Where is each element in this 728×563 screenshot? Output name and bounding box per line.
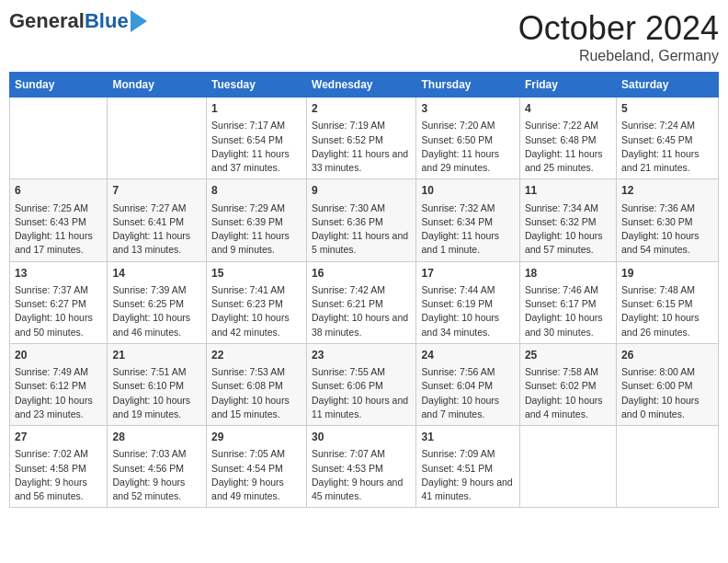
calendar-week-row: 13Sunrise: 7:37 AM Sunset: 6:27 PM Dayli… [10, 261, 719, 343]
day-info: Sunrise: 7:49 AM Sunset: 6:12 PM Dayligh… [15, 365, 102, 421]
logo-general-text: General [9, 9, 85, 33]
day-number: 3 [421, 101, 514, 117]
day-number: 1 [211, 101, 301, 117]
calendar-title: October 2024 [518, 9, 719, 48]
day-number: 28 [112, 430, 201, 445]
day-info: Sunrise: 7:25 AM Sunset: 6:43 PM Dayligh… [15, 201, 102, 258]
day-of-week-header: Sunday [10, 73, 108, 98]
calendar-cell: 5Sunrise: 7:24 AM Sunset: 6:45 PM Daylig… [616, 98, 718, 179]
logo-blue-text: Blue [85, 9, 129, 33]
day-info: Sunrise: 7:56 AM Sunset: 6:04 PM Dayligh… [421, 365, 514, 421]
calendar-cell: 10Sunrise: 7:32 AM Sunset: 6:34 PM Dayli… [416, 179, 519, 261]
day-info: Sunrise: 7:07 AM Sunset: 4:53 PM Dayligh… [312, 447, 411, 503]
day-info: Sunrise: 7:27 AM Sunset: 6:41 PM Dayligh… [112, 201, 201, 258]
calendar-cell [519, 426, 616, 508]
calendar-cell: 19Sunrise: 7:48 AM Sunset: 6:15 PM Dayli… [616, 261, 718, 343]
calendar-cell: 31Sunrise: 7:09 AM Sunset: 4:51 PM Dayli… [416, 426, 519, 508]
calendar-cell: 4Sunrise: 7:22 AM Sunset: 6:48 PM Daylig… [519, 98, 616, 179]
day-of-week-header: Tuesday [207, 73, 307, 98]
day-number: 2 [312, 101, 411, 117]
calendar-cell [616, 426, 718, 508]
day-info: Sunrise: 7:55 AM Sunset: 6:06 PM Dayligh… [312, 365, 411, 421]
day-info: Sunrise: 7:37 AM Sunset: 6:27 PM Dayligh… [15, 283, 102, 339]
calendar-cell: 20Sunrise: 7:49 AM Sunset: 6:12 PM Dayli… [10, 343, 108, 425]
calendar-cell: 26Sunrise: 8:00 AM Sunset: 6:00 PM Dayli… [616, 343, 718, 425]
day-number: 31 [421, 430, 514, 445]
calendar-cell: 23Sunrise: 7:55 AM Sunset: 6:06 PM Dayli… [307, 343, 416, 425]
day-info: Sunrise: 7:36 AM Sunset: 6:30 PM Dayligh… [621, 201, 713, 258]
logo: General Blue [9, 9, 147, 33]
calendar-cell: 22Sunrise: 7:53 AM Sunset: 6:08 PM Dayli… [207, 343, 307, 425]
calendar-cell: 29Sunrise: 7:05 AM Sunset: 4:54 PM Dayli… [207, 426, 307, 508]
calendar-cell: 25Sunrise: 7:58 AM Sunset: 6:02 PM Dayli… [519, 343, 616, 425]
day-number: 8 [211, 183, 301, 199]
day-number: 19 [621, 266, 713, 282]
calendar-cell [10, 98, 108, 179]
calendar-cell: 18Sunrise: 7:46 AM Sunset: 6:17 PM Dayli… [519, 261, 616, 343]
calendar-cell: 24Sunrise: 7:56 AM Sunset: 6:04 PM Dayli… [416, 343, 519, 425]
day-number: 29 [211, 430, 301, 445]
calendar-week-row: 6Sunrise: 7:25 AM Sunset: 6:43 PM Daylig… [10, 179, 719, 261]
day-info: Sunrise: 7:24 AM Sunset: 6:45 PM Dayligh… [621, 119, 713, 175]
day-of-week-header: Saturday [616, 73, 718, 98]
day-info: Sunrise: 7:58 AM Sunset: 6:02 PM Dayligh… [525, 365, 611, 421]
day-number: 21 [112, 348, 201, 363]
day-number: 9 [312, 183, 411, 199]
day-number: 10 [421, 183, 514, 199]
calendar-cell: 27Sunrise: 7:02 AM Sunset: 4:58 PM Dayli… [10, 426, 108, 508]
calendar-header-row: SundayMondayTuesdayWednesdayThursdayFrid… [10, 73, 719, 98]
day-number: 13 [15, 266, 102, 282]
day-number: 15 [211, 266, 301, 282]
day-info: Sunrise: 7:46 AM Sunset: 6:17 PM Dayligh… [525, 283, 611, 339]
day-of-week-header: Thursday [416, 73, 519, 98]
day-info: Sunrise: 7:17 AM Sunset: 6:54 PM Dayligh… [211, 119, 301, 175]
calendar-cell: 8Sunrise: 7:29 AM Sunset: 6:39 PM Daylig… [207, 179, 307, 261]
calendar-subtitle: Ruebeland, Germany [518, 48, 719, 64]
logo-arrow-icon [131, 10, 147, 32]
day-info: Sunrise: 7:09 AM Sunset: 4:51 PM Dayligh… [421, 447, 514, 503]
calendar-cell: 6Sunrise: 7:25 AM Sunset: 6:43 PM Daylig… [10, 179, 108, 261]
day-number: 6 [15, 183, 102, 199]
day-info: Sunrise: 7:42 AM Sunset: 6:21 PM Dayligh… [312, 283, 411, 339]
calendar-cell: 28Sunrise: 7:03 AM Sunset: 4:56 PM Dayli… [108, 426, 207, 508]
day-number: 23 [312, 348, 411, 363]
day-number: 30 [312, 430, 411, 445]
day-info: Sunrise: 7:02 AM Sunset: 4:58 PM Dayligh… [15, 447, 102, 503]
calendar-cell: 21Sunrise: 7:51 AM Sunset: 6:10 PM Dayli… [108, 343, 207, 425]
day-info: Sunrise: 8:00 AM Sunset: 6:00 PM Dayligh… [621, 365, 713, 421]
calendar-cell: 13Sunrise: 7:37 AM Sunset: 6:27 PM Dayli… [10, 261, 108, 343]
day-number: 7 [112, 183, 201, 199]
day-number: 17 [421, 266, 514, 282]
day-info: Sunrise: 7:34 AM Sunset: 6:32 PM Dayligh… [525, 201, 611, 258]
calendar-week-row: 1Sunrise: 7:17 AM Sunset: 6:54 PM Daylig… [10, 98, 719, 179]
calendar-cell: 15Sunrise: 7:41 AM Sunset: 6:23 PM Dayli… [207, 261, 307, 343]
calendar-cell: 2Sunrise: 7:19 AM Sunset: 6:52 PM Daylig… [307, 98, 416, 179]
day-number: 14 [112, 266, 201, 282]
day-info: Sunrise: 7:30 AM Sunset: 6:36 PM Dayligh… [312, 201, 411, 258]
day-number: 26 [621, 348, 713, 363]
day-number: 5 [621, 101, 713, 117]
day-info: Sunrise: 7:22 AM Sunset: 6:48 PM Dayligh… [525, 119, 611, 175]
day-info: Sunrise: 7:19 AM Sunset: 6:52 PM Dayligh… [312, 119, 411, 175]
day-info: Sunrise: 7:51 AM Sunset: 6:10 PM Dayligh… [112, 365, 201, 421]
calendar-cell: 16Sunrise: 7:42 AM Sunset: 6:21 PM Dayli… [307, 261, 416, 343]
day-info: Sunrise: 7:44 AM Sunset: 6:19 PM Dayligh… [421, 283, 514, 339]
day-number: 22 [211, 348, 301, 363]
calendar-cell: 11Sunrise: 7:34 AM Sunset: 6:32 PM Dayli… [519, 179, 616, 261]
day-info: Sunrise: 7:39 AM Sunset: 6:25 PM Dayligh… [112, 283, 201, 339]
calendar-week-row: 20Sunrise: 7:49 AM Sunset: 6:12 PM Dayli… [10, 343, 719, 425]
calendar-cell: 7Sunrise: 7:27 AM Sunset: 6:41 PM Daylig… [108, 179, 207, 261]
day-info: Sunrise: 7:03 AM Sunset: 4:56 PM Dayligh… [112, 447, 201, 503]
page-header: General Blue October 2024 Ruebeland, Ger… [9, 9, 719, 64]
day-number: 18 [525, 266, 611, 282]
calendar-cell: 17Sunrise: 7:44 AM Sunset: 6:19 PM Dayli… [416, 261, 519, 343]
day-number: 27 [15, 430, 102, 445]
calendar-cell: 9Sunrise: 7:30 AM Sunset: 6:36 PM Daylig… [307, 179, 416, 261]
day-number: 24 [421, 348, 514, 363]
calendar-cell: 3Sunrise: 7:20 AM Sunset: 6:50 PM Daylig… [416, 98, 519, 179]
day-number: 16 [312, 266, 411, 282]
calendar-cell: 14Sunrise: 7:39 AM Sunset: 6:25 PM Dayli… [108, 261, 207, 343]
day-info: Sunrise: 7:53 AM Sunset: 6:08 PM Dayligh… [211, 365, 301, 421]
day-info: Sunrise: 7:48 AM Sunset: 6:15 PM Dayligh… [621, 283, 713, 339]
day-info: Sunrise: 7:41 AM Sunset: 6:23 PM Dayligh… [211, 283, 301, 339]
